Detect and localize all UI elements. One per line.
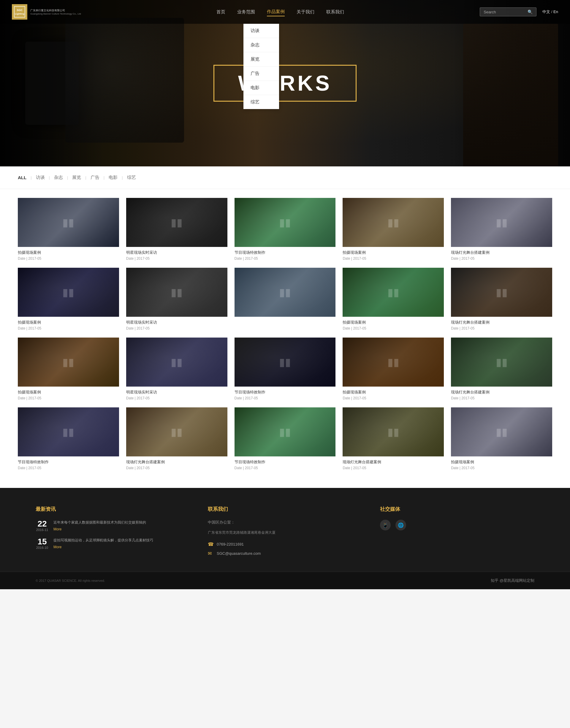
nav-contact[interactable]: 联系我们 <box>326 8 344 16</box>
nav-home[interactable]: 首页 <box>217 8 225 16</box>
search-box: 🔍 <box>480 7 536 16</box>
gallery-item-date-6: Date | 2017-05 <box>18 326 119 330</box>
contact-title: 联系我们 <box>208 506 362 513</box>
gallery-item-20[interactable]: ▮▮ 拍摄现场案例 Date | 2017-05 <box>451 407 552 470</box>
filter-exhibition[interactable]: 展览 <box>68 175 85 180</box>
watermark: 知乎 @星凯高端网站定制 <box>491 578 534 583</box>
dropdown-menu: 访谈 杂志 展览 广告 电影 综艺 <box>243 24 279 109</box>
gallery-item-6[interactable]: ▮▮ 拍摄现场案例 Date | 2017-05 <box>18 268 119 330</box>
gallery-thumb-20: ▮▮ <box>451 407 552 457</box>
dropdown-item-interview[interactable]: 访谈 <box>243 24 279 38</box>
logo-text: 广东来行量文化科技有限公司 Guangdong Banner Culture T… <box>30 9 81 15</box>
dropdown-item-magazine[interactable]: 杂志 <box>243 38 279 52</box>
gallery-item-18[interactable]: ▮▮ 节目现场特效制作 Date | 2017-05 <box>235 407 336 470</box>
dropdown-item-variety[interactable]: 综艺 <box>243 95 279 109</box>
filter-all[interactable]: ALL <box>18 175 31 180</box>
filter-magazine[interactable]: 杂志 <box>50 175 67 180</box>
gallery-item-14[interactable]: ▮▮ 拍摄现场案例 Date | 2017-05 <box>343 338 444 400</box>
news-more-1[interactable]: More <box>53 527 190 531</box>
gallery-item-13[interactable]: ▮▮ 节目现场特效制作 Date | 2017-05 <box>235 338 336 400</box>
news-text-2: 提拍写视频拍运动，从足球脚机镜头解，提供分享几点素材技巧 <box>53 538 190 543</box>
contact-phone: 0769-22011691 <box>217 542 244 546</box>
gallery-item-11[interactable]: ▮▮ 拍摄现场案例 Date | 2017-05 <box>18 338 119 400</box>
gallery-item-title-3: 节目现场特效制作 <box>235 250 336 255</box>
contact-email-row: ✉ SGC@quasarculture.com <box>208 551 362 556</box>
gallery-item-8[interactable]: ▮▮ <box>235 268 336 330</box>
nav-services[interactable]: 业务范围 <box>237 8 255 16</box>
news-text-1: 近年来每个家庭人数据据图和最新技术为我们社交媒剪辑的 <box>53 520 190 525</box>
gallery-thumb-5: ▮▮ <box>451 198 552 247</box>
gallery-item-15[interactable]: ▮▮ 现场灯光舞台搭建案例 Date | 2017-05 <box>451 338 552 400</box>
gallery-thumb-9: ▮▮ <box>343 268 444 317</box>
gallery-item-19[interactable]: ▮▮ 现场灯光舞台搭建案例 Date | 2017-05 <box>343 407 444 470</box>
contact-email: SGC@quasarculture.com <box>217 551 261 556</box>
logo-area: SGC Lighting 广东来行量文化科技有限公司 Guangdong Ban… <box>12 4 81 20</box>
gallery-item-title-11: 拍摄现场案例 <box>18 390 119 395</box>
gallery-item-17[interactable]: ▮▮ 现场灯光舞台搭建案例 Date | 2017-05 <box>126 407 227 470</box>
email-icon: ✉ <box>208 551 214 556</box>
svg-text:Lighting: Lighting <box>15 12 24 15</box>
gallery-thumb-3: ▮▮ <box>235 198 336 247</box>
gallery-item-7[interactable]: ▮▮ 明星现场实时采访 Date | 2017-05 <box>126 268 227 330</box>
filter-interview[interactable]: 访谈 <box>32 175 49 180</box>
gallery-item-5[interactable]: ▮▮ 现场灯光舞台搭建案例 Date | 2017-05 <box>451 198 552 260</box>
dropdown-item-ad[interactable]: 广告 <box>243 66 279 81</box>
gallery-item-date-14: Date | 2017-05 <box>343 396 444 400</box>
dropdown-item-film[interactable]: 电影 <box>243 81 279 95</box>
gallery-thumb-14: ▮▮ <box>343 338 444 387</box>
gallery-item-title-1: 拍摄现场案例 <box>18 250 119 255</box>
svg-rect-0 <box>13 5 26 18</box>
gallery-item-date-9: Date | 2017-05 <box>343 326 444 330</box>
gallery-item-date-15: Date | 2017-05 <box>451 396 552 400</box>
gallery-section: ▮▮ 拍摄现场案例 Date | 2017-05 ▮▮ 明星现场实时采访 Dat… <box>0 189 570 488</box>
gallery-item-date-11: Date | 2017-05 <box>18 396 119 400</box>
gallery-item-title-20: 拍摄现场案例 <box>451 460 552 465</box>
dropdown-item-exhibition[interactable]: 展览 <box>243 52 279 66</box>
gallery-item-title-12: 明星现场实时采访 <box>126 390 227 395</box>
gallery-item-title-5: 现场灯光舞台搭建案例 <box>451 250 552 255</box>
gallery-item-date-1: Date | 2017-05 <box>18 256 119 260</box>
gallery-thumb-19: ▮▮ <box>343 407 444 457</box>
phone-icon: ☎ <box>208 541 214 547</box>
search-icon[interactable]: 🔍 <box>528 9 533 14</box>
gallery-item-9[interactable]: ▮▮ 拍摄现场案例 Date | 2017-05 <box>343 268 444 330</box>
gallery-item-12[interactable]: ▮▮ 明星现场实时采访 Date | 2017-05 <box>126 338 227 400</box>
gallery-item-date-3: Date | 2017-05 <box>235 256 336 260</box>
gallery-thumb-4: ▮▮ <box>343 198 444 247</box>
gallery-item-date-16: Date | 2017-05 <box>18 466 119 470</box>
news-item-1: 22 2016-11 近年来每个家庭人数据据图和最新技术为我们社交媒剪辑的 Mo… <box>36 520 190 532</box>
hero-section: SGC Lighting 广东来行量文化科技有限公司 Guangdong Ban… <box>0 0 570 166</box>
gallery-item-title-17: 现场灯光舞台搭建案例 <box>126 460 227 465</box>
gallery-thumb-13: ▮▮ <box>235 338 336 387</box>
gallery-item-title-16: 节目现场特效制作 <box>18 460 119 465</box>
gallery-item-16[interactable]: ▮▮ 节目现场特效制作 Date | 2017-05 <box>18 407 119 470</box>
gallery-thumb-2: ▮▮ <box>126 198 227 247</box>
gallery-item-date-10: Date | 2017-05 <box>451 326 552 330</box>
gallery-item-4[interactable]: ▮▮ 拍摄现场案例 Date | 2017-05 <box>343 198 444 260</box>
gallery-item-10[interactable]: ▮▮ 现场灯光舞台搭建案例 Date | 2017-05 <box>451 268 552 330</box>
gallery-item-title-18: 节目现场特效制作 <box>235 460 336 465</box>
gallery-item-2[interactable]: ▮▮ 明星现场实时采访 Date | 2017-05 <box>126 198 227 260</box>
gallery-item-3[interactable]: ▮▮ 节目现场特效制作 Date | 2017-05 <box>235 198 336 260</box>
hero-content: WORKS <box>214 65 356 102</box>
header: SGC Lighting 广东来行量文化科技有限公司 Guangdong Ban… <box>0 0 570 24</box>
filter-variety[interactable]: 综艺 <box>123 175 140 180</box>
gallery-item-1[interactable]: ▮▮ 拍摄现场案例 Date | 2017-05 <box>18 198 119 260</box>
footer-contact: 联系我们 中国区办公室： 广东省东莞市莞龙路辅路潇湘尾巷金洲大厦 ☎ 0769-… <box>208 506 362 560</box>
gallery-thumb-16: ▮▮ <box>18 407 119 457</box>
wechat-icon[interactable]: 📱 <box>380 520 391 530</box>
weibo-icon[interactable]: 🌐 <box>395 520 406 530</box>
gallery-item-title-2: 明星现场实时采访 <box>126 250 227 255</box>
search-input[interactable] <box>484 10 525 14</box>
news-title: 最新资讯 <box>36 506 190 513</box>
gallery-item-title-19: 现场灯光舞台搭建案例 <box>343 460 444 465</box>
footer: 最新资讯 22 2016-11 近年来每个家庭人数据据图和最新技术为我们社交媒剪… <box>0 488 570 572</box>
lang-switch[interactable]: 中文 / En <box>542 9 558 15</box>
gallery-item-title-10: 现场灯光舞台搭建案例 <box>451 320 552 325</box>
nav-works[interactable]: 作品案例 <box>267 8 285 16</box>
gallery-item-date-19: Date | 2017-05 <box>343 466 444 470</box>
news-more-2[interactable]: More <box>53 545 190 549</box>
nav-about[interactable]: 关于我们 <box>297 8 314 16</box>
filter-film[interactable]: 电影 <box>104 175 122 180</box>
filter-ad[interactable]: 广告 <box>86 175 103 180</box>
